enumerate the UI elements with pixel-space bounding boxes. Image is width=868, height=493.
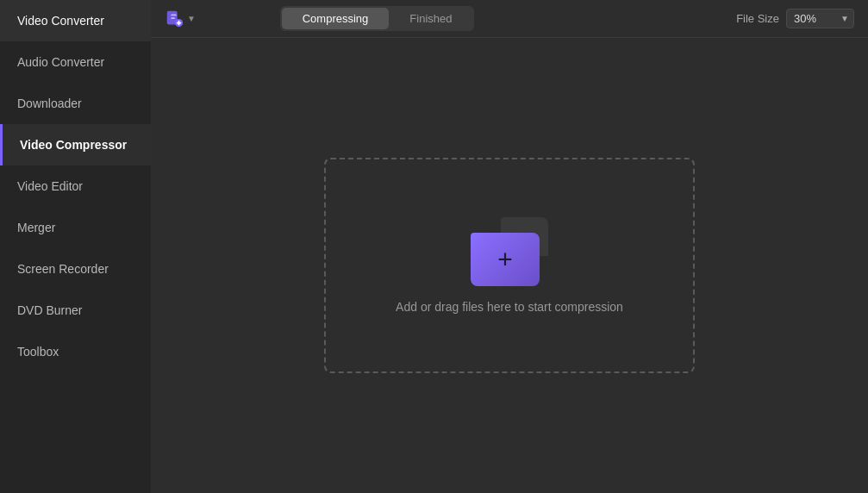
file-size-wrapper: 30% 50% 70% Custom ▼: [786, 9, 854, 28]
sidebar-item-video-converter[interactable]: Video Converter: [0, 0, 151, 41]
add-files-button[interactable]: ▼: [165, 9, 196, 28]
tab-compressing[interactable]: Compressing: [282, 8, 390, 29]
main-content: ▼ Compressing Finished File Size 30% 50%…: [151, 0, 868, 493]
content-area: + Add or drag files here to start compre…: [151, 38, 868, 493]
sidebar-item-video-editor[interactable]: Video Editor: [0, 165, 151, 207]
sidebar-item-screen-recorder[interactable]: Screen Recorder: [0, 248, 151, 290]
toolbar: ▼ Compressing Finished File Size 30% 50%…: [151, 0, 868, 38]
folder-icon: +: [471, 217, 548, 286]
folder-plus-icon: +: [497, 246, 513, 272]
sidebar-item-merger[interactable]: Merger: [0, 207, 151, 248]
file-size-select[interactable]: 30% 50% 70% Custom: [786, 9, 854, 28]
tab-group: Compressing Finished: [280, 6, 475, 31]
sidebar-item-video-compressor[interactable]: Video Compressor: [0, 124, 151, 165]
add-files-chevron-icon: ▼: [187, 14, 196, 23]
sidebar-item-toolbox[interactable]: Toolbox: [0, 331, 151, 372]
drop-zone-text: Add or drag files here to start compress…: [396, 300, 623, 314]
sidebar-item-dvd-burner[interactable]: DVD Burner: [0, 290, 151, 331]
tab-finished[interactable]: Finished: [389, 8, 472, 29]
file-size-group: File Size 30% 50% 70% Custom ▼: [736, 9, 854, 28]
folder-front: +: [471, 233, 540, 286]
sidebar: Video Converter Audio Converter Download…: [0, 0, 151, 493]
svg-rect-1: [171, 14, 176, 16]
drop-zone[interactable]: + Add or drag files here to start compre…: [324, 158, 695, 373]
file-size-label: File Size: [736, 12, 779, 25]
svg-rect-2: [171, 17, 175, 19]
sidebar-item-audio-converter[interactable]: Audio Converter: [0, 41, 151, 83]
svg-rect-5: [177, 22, 182, 23]
sidebar-item-downloader[interactable]: Downloader: [0, 83, 151, 124]
